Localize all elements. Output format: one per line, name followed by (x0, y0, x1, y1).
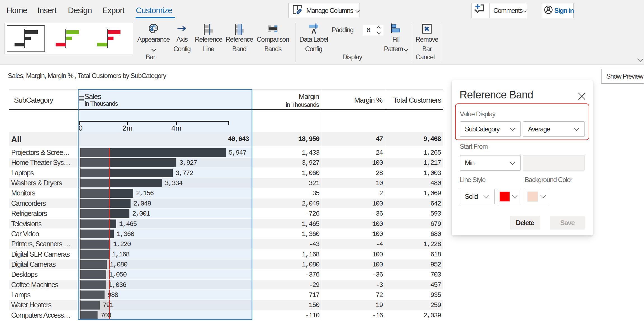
svg-text:A: A (311, 27, 316, 34)
